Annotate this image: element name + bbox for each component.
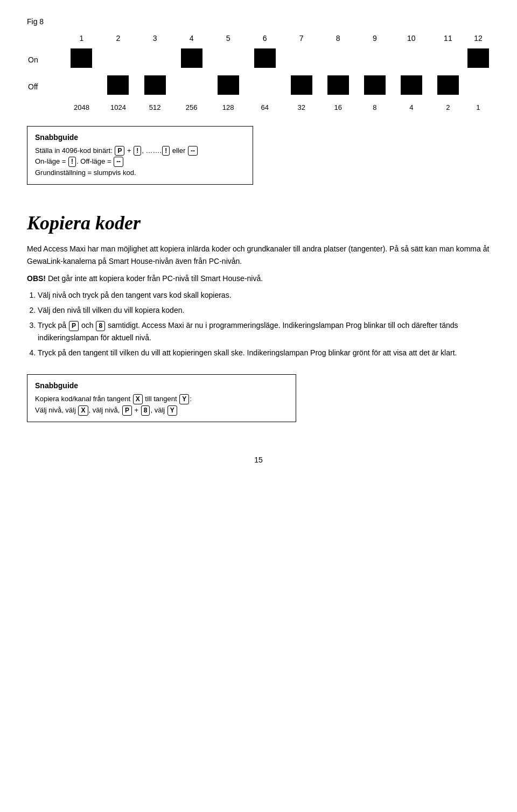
off-label: Off (27, 73, 63, 100)
y-key: Y (179, 394, 189, 404)
main-text: Med Access Maxi har man möjlighet att ko… (27, 243, 490, 268)
page-number: 15 (27, 454, 490, 466)
x-key: X (133, 394, 143, 404)
val-3: 512 (137, 100, 173, 115)
column-numbers-row: 1 2 3 4 5 6 7 8 9 10 11 12 (27, 31, 490, 46)
fig-label: Fig 8 (27, 16, 490, 27)
values-row: 2048 1024 512 256 128 64 32 16 8 4 2 1 (27, 100, 490, 115)
dash-key-2: -- (114, 157, 123, 167)
on-label: On (27, 46, 63, 73)
off-block-11 (437, 75, 459, 95)
col-9: 9 (357, 31, 393, 46)
kopiera-heading: Kopiera koder (27, 208, 490, 237)
x-key-2: X (78, 405, 88, 416)
on-block-1 (71, 48, 92, 68)
obs-bold: OBS! (27, 274, 46, 283)
excl-key-3: ! (68, 157, 76, 167)
val-11: 2 (430, 100, 466, 115)
col-4: 4 (173, 31, 210, 46)
col-12: 12 (466, 31, 490, 46)
obs-text: OBS! Det går inte att kopiera koder från… (27, 272, 490, 285)
on-block-4 (181, 48, 202, 68)
col-11: 11 (430, 31, 466, 46)
binary-chart: 1 2 3 4 5 6 7 8 9 10 11 12 On (27, 31, 490, 115)
col-3: 3 (137, 31, 173, 46)
eight-key-2: 8 (141, 405, 150, 416)
col-5: 5 (210, 31, 247, 46)
off-block-5 (218, 75, 239, 95)
val-7: 32 (283, 100, 320, 115)
excl-key-2: ! (162, 146, 170, 156)
val-6: 64 (247, 100, 283, 115)
step-1: Välj nivå och tryck på den tangent vars … (38, 289, 490, 302)
off-block-9 (364, 75, 386, 95)
val-10: 4 (393, 100, 430, 115)
y-key-2: Y (167, 405, 177, 416)
val-8: 16 (320, 100, 357, 115)
col-2: 2 (100, 31, 136, 46)
on-block-12 (467, 48, 489, 68)
snabbguide-box-2: Snabbguide Kopiera kod/kanal från tangen… (27, 374, 296, 422)
off-block-10 (401, 75, 422, 95)
snabbguide-line2: On-läge = !. Off-läge = -- (35, 156, 245, 167)
off-block-8 (327, 75, 349, 95)
off-block-3 (144, 75, 166, 95)
off-row: Off (27, 73, 490, 100)
val-9: 8 (357, 100, 393, 115)
obs-detail: Det går inte att kopiera koder från PC-n… (46, 274, 263, 283)
snabbguide2-line2: Välj nivå, välj X, välj nivå, P + 8, väl… (35, 405, 288, 416)
step-2: Välj den nivå till vilken du vill kopier… (38, 304, 490, 317)
off-block-2 (107, 75, 129, 95)
col-10: 10 (393, 31, 430, 46)
step-3: Tryck på P och 8 samtidigt. Access Maxi … (38, 319, 490, 344)
val-5: 128 (210, 100, 247, 115)
col-7: 7 (283, 31, 320, 46)
dash-key-1: -- (188, 146, 198, 156)
off-block-7 (291, 75, 312, 95)
steps-list: Välj nivå och tryck på den tangent vars … (38, 289, 490, 359)
val-1: 2048 (63, 100, 100, 115)
on-row: On (27, 46, 490, 73)
col-6: 6 (247, 31, 283, 46)
snabbguide-title-2: Snabbguide (35, 380, 288, 391)
p-key-2: P (69, 321, 79, 331)
excl-key-1: ! (134, 146, 141, 156)
step-4: Tryck på den tangent till vilken du vill… (38, 347, 490, 359)
p-key-1: P (115, 146, 124, 156)
snabbguide-box-1: Snabbguide Ställa in 4096-kod binärt: P … (27, 126, 253, 185)
val-4: 256 (173, 100, 210, 115)
snabbguide-line3: Grundinställning = slumpvis kod. (35, 167, 245, 179)
snabbguide-line1: Ställa in 4096-kod binärt: P + !, …….! e… (35, 145, 245, 157)
snabbguide2-line1: Kopiera kod/kanal från tangent X till ta… (35, 394, 288, 405)
val-2: 1024 (100, 100, 136, 115)
p-key-3: P (122, 405, 132, 416)
val-12: 1 (466, 100, 490, 115)
snabbguide-title-1: Snabbguide (35, 132, 245, 143)
on-block-6 (254, 48, 276, 68)
col-1: 1 (63, 31, 100, 46)
eight-key: 8 (96, 321, 105, 331)
col-8: 8 (320, 31, 357, 46)
